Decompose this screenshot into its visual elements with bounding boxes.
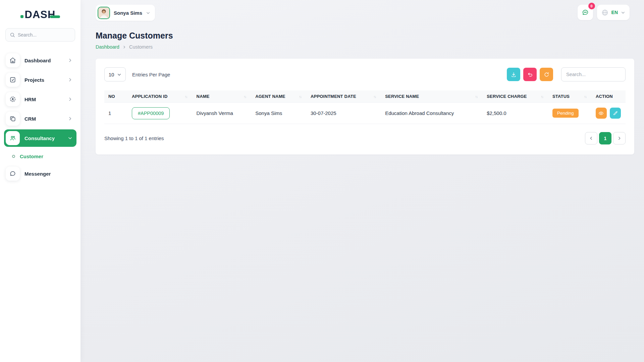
- cell-no: 1: [104, 103, 128, 124]
- sort-icon: ↑↓: [373, 95, 377, 99]
- column-header-no: NO: [104, 90, 128, 103]
- main-area: Sonya Sims 0 EN Manage Customers Da: [80, 0, 644, 155]
- brand-logo[interactable]: DASH: [0, 9, 80, 21]
- column-header-name[interactable]: NAME↑↓: [193, 90, 252, 103]
- messages-button[interactable]: 0: [578, 5, 593, 20]
- column-header-application-id[interactable]: APPLICATION ID↑↓: [128, 90, 193, 103]
- chevron-left-icon: [589, 136, 593, 140]
- sort-icon: ↑↓: [541, 95, 544, 99]
- user-menu[interactable]: Sonya Sims: [96, 5, 155, 21]
- copy-icon: [6, 112, 20, 126]
- column-header-agent-name[interactable]: AGENT NAME↑↓: [251, 90, 307, 103]
- cell-agent-name: Sonya Sims: [251, 103, 307, 124]
- table-search-input[interactable]: [561, 67, 626, 81]
- breadcrumb-current: Customers: [129, 44, 153, 50]
- topbar-right: 0 EN: [578, 5, 630, 20]
- logo-dot-accent: [20, 15, 23, 18]
- table-tools: [507, 67, 626, 81]
- circle-bullet-icon: [12, 155, 15, 158]
- sidebar-subitem-label: Customer: [20, 154, 43, 159]
- logo-dash-accent: [50, 15, 60, 18]
- sidebar-search[interactable]: [5, 28, 75, 42]
- column-header-service-charge[interactable]: SERVICE CHARGE↑↓: [483, 90, 548, 103]
- avatar: [98, 7, 110, 19]
- column-header-action: ACTION: [592, 90, 626, 103]
- entries-per-page-select[interactable]: 10: [104, 67, 126, 81]
- table-row: 1 #APP00009 Divyansh Verma Sonya Sims 30…: [104, 103, 626, 124]
- chevron-down-icon: [146, 11, 150, 15]
- edit-button[interactable]: [610, 108, 621, 119]
- sidebar-item-messenger[interactable]: Messenger: [4, 165, 76, 182]
- chevron-right-icon: [617, 136, 622, 140]
- cell-service-name: Education Abroad Consultancy: [381, 103, 483, 124]
- sidebar-item-label: Projects: [24, 77, 44, 83]
- table-header-row: NO APPLICATION ID↑↓ NAME↑↓ AGENT NAME↑↓ …: [104, 90, 626, 103]
- sidebar-item-label: HRM: [24, 97, 36, 102]
- refresh-button[interactable]: [540, 68, 553, 81]
- sidebar-search-input[interactable]: [18, 32, 71, 38]
- breadcrumb: Dashboard Customers: [96, 44, 630, 50]
- page-title: Manage Customers: [96, 31, 630, 41]
- check-square-icon: [6, 73, 20, 87]
- breadcrumb-dashboard-link[interactable]: Dashboard: [96, 44, 119, 50]
- entries-per-page-value: 10: [109, 72, 114, 77]
- cell-action: [592, 103, 626, 124]
- entries-per-page-label: Entries Per Page: [132, 72, 170, 77]
- column-header-service-name[interactable]: SERVICE NAME↑↓: [381, 90, 483, 103]
- users-icon: [6, 131, 20, 145]
- sidebar-item-consultancy[interactable]: Consultancy: [4, 129, 76, 147]
- messages-badge: 0: [588, 3, 595, 9]
- chevron-down-icon: [621, 10, 625, 15]
- sidebar-item-label: CRM: [24, 116, 36, 122]
- scan-person-icon: [6, 92, 20, 106]
- sort-icon: ↑↓: [299, 95, 303, 99]
- pagination-next-button[interactable]: [613, 132, 626, 144]
- chat-bubble-icon: [6, 167, 20, 181]
- pagination-page-1-button[interactable]: 1: [599, 132, 611, 144]
- sort-icon: ↑↓: [244, 95, 247, 99]
- chevron-right-icon: [68, 97, 72, 102]
- status-badge: Pending: [552, 109, 579, 118]
- chevron-down-icon: [117, 72, 121, 77]
- sidebar-item-crm[interactable]: CRM: [4, 110, 76, 127]
- application-id-button[interactable]: #APP00009: [132, 107, 170, 119]
- sidebar: DASH Dashboard Projects: [0, 0, 80, 362]
- sidebar-item-projects[interactable]: Projects: [4, 71, 76, 88]
- cell-application-id: #APP00009: [128, 103, 193, 124]
- chevron-right-icon: [68, 77, 72, 82]
- cell-appointment-date: 30-07-2025: [307, 103, 381, 124]
- cell-service-charge: $2,500.0: [483, 103, 548, 124]
- cell-status: Pending: [548, 103, 592, 124]
- edit-pencil-icon: [613, 111, 618, 116]
- sidebar-item-dashboard[interactable]: Dashboard: [4, 52, 76, 69]
- undo-button[interactable]: [523, 68, 537, 81]
- sidebar-item-label: Messenger: [24, 171, 51, 177]
- view-eye-icon: [598, 111, 604, 116]
- user-name: Sonya Sims: [114, 10, 142, 16]
- sidebar-item-hrm[interactable]: HRM: [4, 90, 76, 108]
- globe-icon: [601, 9, 608, 16]
- sort-icon: ↑↓: [584, 95, 588, 99]
- sidebar-item-label: Consultancy: [24, 135, 55, 141]
- refresh-icon: [544, 72, 549, 77]
- undo-icon: [527, 72, 533, 77]
- column-header-appointment-date[interactable]: APPOINTMENT DATE↑↓: [307, 90, 381, 103]
- chat-dots-icon: [582, 9, 589, 16]
- sidebar-item-customer[interactable]: Customer: [4, 149, 76, 164]
- logo-text: DASH: [25, 9, 56, 21]
- customers-table: NO APPLICATION ID↑↓ NAME↑↓ AGENT NAME↑↓ …: [104, 90, 626, 124]
- language-selector[interactable]: EN: [597, 5, 630, 20]
- chevron-right-icon: [68, 116, 72, 121]
- table-footer: Showing 1 to 1 of 1 entries 1: [104, 132, 626, 144]
- download-icon: [511, 72, 517, 77]
- pagination: 1: [585, 132, 626, 144]
- export-download-button[interactable]: [507, 68, 520, 81]
- view-button[interactable]: [596, 108, 607, 119]
- sidebar-item-label: Dashboard: [24, 58, 51, 63]
- pagination-prev-button[interactable]: [585, 132, 597, 144]
- chevron-right-icon: [122, 45, 126, 49]
- sidebar-nav: Dashboard Projects HRM: [0, 52, 80, 182]
- column-header-status[interactable]: STATUS↑↓: [548, 90, 592, 103]
- home-icon: [6, 53, 20, 67]
- sort-icon: ↑↓: [475, 95, 479, 99]
